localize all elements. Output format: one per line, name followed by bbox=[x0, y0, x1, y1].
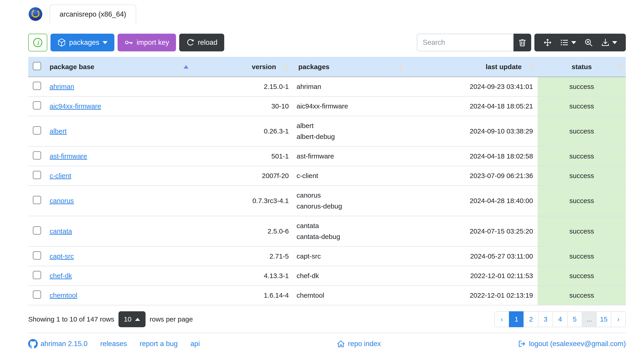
fullscreen-button[interactable] bbox=[541, 38, 554, 47]
table-row: ast-firmware 501-1 ast-firmware 2024-04-… bbox=[28, 146, 626, 166]
package-base-link[interactable]: aic94xx-firmware bbox=[50, 102, 101, 110]
package-base-link[interactable]: capt-src bbox=[50, 252, 74, 260]
footer-center: repo index bbox=[200, 340, 518, 348]
packages-cell: c-client bbox=[292, 166, 407, 186]
delete-selected-button[interactable] bbox=[514, 34, 531, 52]
import-key-button[interactable]: import key bbox=[118, 34, 176, 52]
logout-link[interactable]: logout (esalexeev@gmail.com) bbox=[518, 340, 626, 348]
row-checkbox[interactable] bbox=[33, 151, 41, 160]
version-cell: 2.5.0-6 bbox=[192, 216, 292, 246]
page-button-4[interactable]: 4 bbox=[552, 311, 568, 327]
row-checkbox[interactable] bbox=[33, 196, 41, 204]
page-button-15[interactable]: 15 bbox=[596, 311, 611, 327]
export-dropdown-button[interactable] bbox=[599, 38, 619, 47]
table-options-group bbox=[534, 34, 626, 52]
page-next-button[interactable]: › bbox=[611, 311, 626, 327]
packages-cell: aic94xx-firmware bbox=[292, 96, 407, 116]
row-checkbox[interactable] bbox=[33, 126, 41, 134]
row-checkbox[interactable] bbox=[33, 82, 41, 90]
status-badge: success bbox=[570, 83, 594, 90]
column-header-package-base[interactable]: package base bbox=[46, 57, 192, 77]
select-all-header bbox=[28, 57, 46, 77]
package-base-link[interactable]: canorus bbox=[50, 197, 74, 204]
repo-tab[interactable]: arcanisrepo (x86_64) bbox=[50, 4, 136, 24]
trash-icon bbox=[518, 38, 527, 47]
search-group bbox=[417, 34, 531, 52]
packages-dropdown-button[interactable]: packages bbox=[50, 34, 114, 52]
row-checkbox[interactable] bbox=[33, 251, 41, 260]
reload-button[interactable]: reload bbox=[179, 34, 224, 52]
footer-right: logout (esalexeev@gmail.com) bbox=[518, 340, 626, 348]
packages-cell: cantata cantata-debug bbox=[292, 216, 407, 246]
last-update-cell: 2022-12-01 02:13:19 bbox=[407, 286, 538, 305]
svg-text:i: i bbox=[37, 39, 40, 46]
package-box-icon bbox=[57, 38, 66, 47]
chevron-down-icon bbox=[102, 41, 108, 44]
column-label: status bbox=[572, 63, 592, 70]
packages-table: package base version packages last updat… bbox=[28, 57, 626, 306]
column-header-last-update[interactable]: last update bbox=[407, 57, 538, 77]
report-bug-link[interactable]: report a bug bbox=[140, 340, 178, 348]
status-badge: success bbox=[570, 197, 594, 204]
column-header-status[interactable]: status bbox=[538, 57, 626, 77]
row-checkbox[interactable] bbox=[33, 271, 41, 279]
releases-label: releases bbox=[100, 340, 127, 348]
version-cell: 2007f-20 bbox=[192, 166, 292, 186]
column-header-packages[interactable]: packages bbox=[292, 57, 407, 77]
reload-icon bbox=[186, 38, 195, 47]
table-header-row: package base version packages last updat… bbox=[28, 57, 626, 77]
search-input[interactable] bbox=[417, 34, 514, 52]
pagination-summary: Showing 1 to 10 of 147 rows bbox=[28, 316, 114, 323]
api-link[interactable]: api bbox=[190, 340, 200, 348]
ahriman-version-link[interactable]: ahriman 2.15.0 bbox=[28, 339, 88, 348]
last-update-cell: 2024-04-18 18:05:21 bbox=[407, 96, 538, 116]
table-row: capt-src 2.71-5 capt-src 2024-05-27 03:1… bbox=[28, 246, 626, 266]
toolbar-right bbox=[417, 34, 626, 52]
page-prev-button[interactable]: ‹ bbox=[494, 311, 510, 327]
package-base-link[interactable]: ast-firmware bbox=[50, 152, 87, 160]
packages-cell: ahriman bbox=[292, 77, 407, 96]
repo-index-link[interactable]: repo index bbox=[336, 340, 381, 348]
version-cell: 30-10 bbox=[192, 96, 292, 116]
info-button[interactable]: i bbox=[28, 34, 47, 52]
version-cell: 0.26.3-1 bbox=[192, 116, 292, 146]
status-badge: success bbox=[570, 102, 594, 110]
column-header-version[interactable]: version bbox=[192, 57, 292, 77]
status-badge: success bbox=[570, 272, 594, 280]
page: arcanisrepo (x86_64) i bbox=[0, 0, 644, 348]
rows-per-page-label: rows per page bbox=[150, 316, 193, 323]
packages-cell: capt-src bbox=[292, 246, 407, 266]
columns-dropdown-button[interactable] bbox=[558, 38, 578, 47]
package-base-link[interactable]: chemtool bbox=[50, 292, 77, 299]
table-row: c-client 2007f-20 c-client 2023-07-09 06… bbox=[28, 166, 626, 186]
version-cell: 2.15.0-1 bbox=[192, 77, 292, 96]
page-button-1[interactable]: 1 bbox=[509, 311, 524, 327]
select-all-checkbox[interactable] bbox=[33, 62, 41, 70]
toolbar-left: i packages bbox=[28, 34, 224, 52]
page-button-3[interactable]: 3 bbox=[538, 311, 553, 327]
releases-link[interactable]: releases bbox=[100, 340, 127, 348]
packages-cell: chef-dk bbox=[292, 266, 407, 286]
arrows-move-icon bbox=[543, 38, 552, 47]
package-base-link[interactable]: c-client bbox=[50, 172, 71, 180]
package-base-link[interactable]: cantata bbox=[50, 228, 72, 235]
row-checkbox[interactable] bbox=[33, 101, 41, 110]
table-row: ahriman 2.15.0-1 ahriman 2024-09-23 03:4… bbox=[28, 77, 626, 96]
package-base-link[interactable]: ahriman bbox=[50, 83, 74, 90]
row-checkbox[interactable] bbox=[33, 171, 41, 179]
last-update-cell: 2024-07-15 03:25:20 bbox=[407, 216, 538, 246]
sort-icon bbox=[530, 64, 534, 70]
repo-tab-label: arcanisrepo (x86_64) bbox=[60, 10, 126, 18]
package-base-link[interactable]: albert bbox=[50, 127, 67, 135]
toggle-search-button[interactable] bbox=[582, 38, 595, 47]
page-size-dropdown-button[interactable]: 10 bbox=[118, 311, 146, 327]
house-icon bbox=[336, 340, 345, 348]
table-row: canorus 0.7.3rc3-4.1 canorus canorus-deb… bbox=[28, 186, 626, 216]
package-base-link[interactable]: chef-dk bbox=[50, 272, 72, 280]
page-button-2[interactable]: 2 bbox=[524, 311, 538, 327]
footer-left: ahriman 2.15.0 releases report a bug api bbox=[28, 339, 200, 348]
row-checkbox[interactable] bbox=[33, 290, 41, 299]
row-checkbox[interactable] bbox=[33, 226, 41, 235]
page-button-5[interactable]: 5 bbox=[567, 311, 582, 327]
chevron-down-icon bbox=[612, 41, 617, 44]
